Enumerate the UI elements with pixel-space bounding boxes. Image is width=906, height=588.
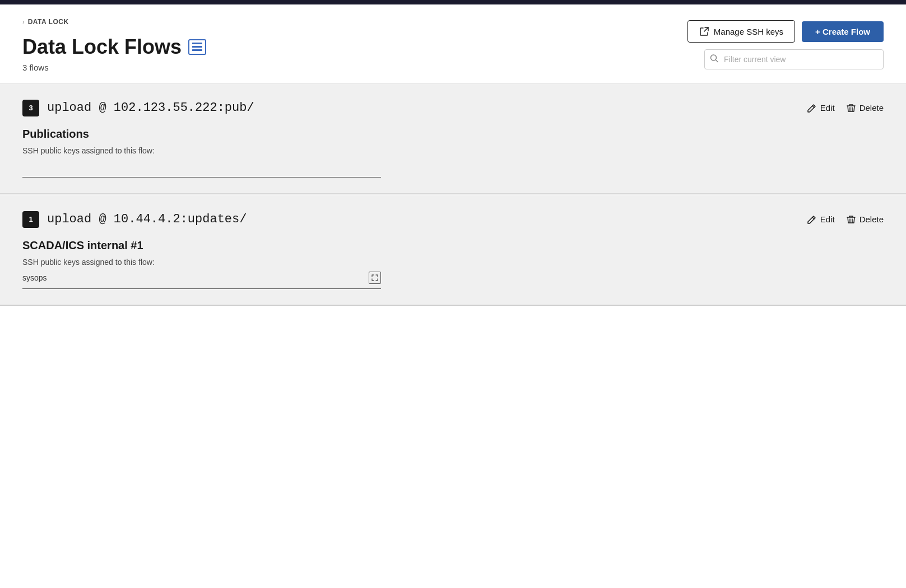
svg-rect-0 [192, 43, 202, 44]
create-flow-button[interactable]: + Create Flow [802, 21, 884, 42]
flow-header-2: 1 upload @ 10.44.4.2:updates/ Edit [22, 211, 884, 228]
delete-button-1[interactable]: Delete [846, 101, 884, 115]
create-flow-label: + Create Flow [815, 27, 870, 36]
flow-header-1: 3 upload @ 102.123.55.222:pub/ Edit [22, 100, 884, 116]
flow-section-title-2: SCADA/ICS internal #1 [22, 239, 884, 252]
flow-badge-2: 1 [22, 211, 39, 228]
edit-button-2[interactable]: Edit [807, 212, 835, 227]
header-row: › DATA LOCK Data Lock Flows 3 flows [22, 18, 884, 83]
delete-label-1: Delete [859, 103, 884, 113]
delete-icon-1 [846, 103, 856, 113]
flow-title-1: upload @ 102.123.55.222:pub/ [47, 101, 254, 115]
flow-actions-1: Edit Delete [807, 101, 884, 115]
flow-card-1: 3 upload @ 102.123.55.222:pub/ Edit [0, 84, 906, 194]
header-left: › DATA LOCK Data Lock Flows 3 flows [22, 18, 206, 72]
flow-actions-2: Edit Delete [807, 212, 884, 227]
top-bar [0, 0, 906, 4]
delete-icon-2 [846, 214, 856, 225]
breadcrumb: › DATA LOCK [22, 18, 206, 26]
ssh-keys-row-1 [22, 160, 381, 178]
edit-button-1[interactable]: Edit [807, 101, 835, 115]
filter-input[interactable] [704, 49, 884, 69]
ssh-key-value-2: sysops [22, 273, 369, 282]
ssh-keys-label-1: SSH public keys assigned to this flow: [22, 146, 884, 155]
svg-rect-2 [192, 49, 202, 51]
edit-label-1: Edit [820, 103, 835, 113]
flow-header-left-1: 3 upload @ 102.123.55.222:pub/ [22, 100, 254, 116]
divider-between-flows [0, 194, 906, 194]
external-link-icon [699, 26, 709, 36]
header-right: Manage SSH keys + Create Flow [687, 18, 884, 69]
ssh-keys-label-2: SSH public keys assigned to this flow: [22, 258, 884, 267]
flow-title-2: upload @ 10.44.4.2:updates/ [47, 212, 247, 226]
content-area: 3 upload @ 102.123.55.222:pub/ Edit [0, 84, 906, 306]
edit-label-2: Edit [820, 214, 835, 224]
search-icon [710, 54, 719, 65]
page-title-row: Data Lock Flows [22, 36, 206, 58]
edit-icon-2 [807, 214, 817, 225]
divider-after-flow-2 [0, 305, 906, 306]
ssh-keys-row-2: sysops [22, 271, 381, 289]
flow-count: 3 flows [22, 63, 206, 72]
breadcrumb-label: DATA LOCK [28, 18, 69, 26]
flow-section-title-1: Publications [22, 128, 884, 141]
breadcrumb-chevron-icon: › [22, 18, 25, 25]
flow-badge-1: 3 [22, 100, 39, 116]
header-section: › DATA LOCK Data Lock Flows 3 flows [0, 4, 906, 84]
edit-icon-1 [807, 103, 817, 113]
filter-container [704, 49, 884, 69]
header-buttons: Manage SSH keys + Create Flow [687, 20, 884, 43]
page-title: Data Lock Flows [22, 36, 182, 58]
svg-rect-1 [192, 46, 202, 48]
delete-button-2[interactable]: Delete [846, 212, 884, 227]
flow-header-left-2: 1 upload @ 10.44.4.2:updates/ [22, 211, 247, 228]
manage-ssh-button[interactable]: Manage SSH keys [687, 20, 795, 43]
list-view-icon[interactable] [188, 39, 206, 55]
flow-card-2: 1 upload @ 10.44.4.2:updates/ Edit [0, 195, 906, 305]
manage-ssh-label: Manage SSH keys [714, 27, 783, 36]
page-container: › DATA LOCK Data Lock Flows 3 flows [0, 4, 906, 588]
expand-icon-2[interactable] [369, 272, 381, 284]
delete-label-2: Delete [859, 214, 884, 224]
